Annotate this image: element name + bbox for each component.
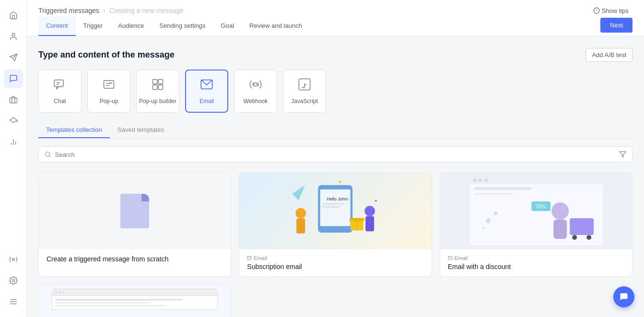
template-card-scratch[interactable]: Create a triggered message from scratch [38,172,231,277]
scratch-info: Create a triggered message from scratch [39,249,231,269]
email-type-icon [247,256,252,260]
email-card-icon [200,78,213,94]
add-ab-test-button[interactable]: Add A/B test [585,48,632,62]
template-card-discount[interactable]: 25% Email Email with a discount [440,172,632,277]
type-card-javascript-label: JavaScript [291,98,318,105]
type-card-webhook[interactable]: Webhook [234,70,277,113]
tab-goal[interactable]: Goal [213,16,242,36]
breadcrumb-parent[interactable]: Triggered messages [38,7,99,14]
svg-line-30 [49,156,50,157]
filter-icon[interactable] [619,151,626,158]
scratch-name: Create a triggered message from scratch [47,255,223,263]
template-tab-collection[interactable]: Templates collection [38,122,110,138]
chat-support-icon [619,292,629,302]
svg-point-52 [484,178,488,182]
svg-marker-46 [292,185,305,200]
type-card-popup-builder[interactable]: Pop-up builder [136,70,179,113]
users-icon[interactable] [4,27,23,46]
svg-text:Hello John!: Hello John! [327,197,348,201]
template-card-subscription[interactable]: Hello John! ✦ [239,172,432,277]
svg-point-37 [296,208,306,219]
type-card-javascript[interactable]: JavaScript [283,70,326,113]
page-content: Type and content of the message Add A/B … [27,36,644,317]
svg-rect-48 [469,176,603,246]
search-input[interactable] [55,151,615,158]
discount-illustration: 25% [440,173,632,249]
automation-icon[interactable] [4,111,23,130]
template-grid: Create a triggered message from scratch … [38,172,632,317]
svg-point-7 [12,258,14,261]
tab-review[interactable]: Review and launch [242,16,310,36]
tab-sending[interactable]: Sending settings [152,16,213,36]
type-card-chat[interactable]: Chat [38,70,82,113]
svg-point-58 [572,235,577,240]
breadcrumb: Triggered messages › Creating a new mess… [38,0,184,14]
svg-point-64 [482,226,485,229]
discount-preview: 25% [440,173,632,249]
plugins-icon[interactable] [4,250,23,269]
section-title: Type and content of the message [38,50,175,60]
email-type-icon-2 [448,256,453,260]
type-card-webhook-label: Webhook [244,98,268,105]
svg-rect-23 [158,80,163,84]
popup-card-icon [102,78,116,94]
reports-icon[interactable] [4,132,23,152]
tab-audience[interactable]: Audience [110,16,152,36]
next-button[interactable]: Next [600,18,632,33]
svg-rect-21 [109,82,112,84]
search-bar [38,146,632,163]
discount-type: Email [448,255,624,261]
document-icon [120,194,149,228]
subscription-info: Email Subscription email [239,249,431,276]
help-icon[interactable] [4,292,23,311]
svg-rect-18 [104,81,114,88]
template-card-welcome[interactable]: Email Welcome email [38,284,231,317]
template-tab-bar: Templates collection Saved templates [38,122,632,139]
svg-text:✦: ✦ [338,179,343,186]
settings-icon[interactable] [4,271,23,290]
messages-icon[interactable] [4,69,23,88]
svg-point-8 [12,280,14,282]
svg-rect-54 [474,193,512,195]
svg-point-55 [551,202,569,220]
breadcrumb-current: Creating a new message [109,7,184,14]
svg-point-51 [479,178,482,182]
chat-card-icon [53,78,67,94]
scratch-preview [39,173,231,249]
svg-rect-3 [10,98,17,103]
svg-rect-40 [365,216,374,232]
svg-rect-25 [158,85,163,89]
template-tab-saved[interactable]: Saved templates [110,122,172,138]
svg-point-27 [254,83,258,86]
show-tips-link[interactable]: Show tips [593,0,632,14]
type-card-email-label: Email [199,98,214,105]
breadcrumb-separator: › [103,7,105,14]
main-area: Triggered messages › Creating a new mess… [27,0,644,317]
chat-support-button[interactable] [613,286,634,307]
tab-trigger[interactable]: Trigger [76,16,111,36]
sidebar [0,0,27,317]
campaigns-icon[interactable] [4,90,23,109]
svg-rect-57 [570,218,594,235]
subscription-preview: Hello John! ✦ [239,173,431,249]
home-icon[interactable] [4,6,23,25]
svg-rect-56 [553,220,567,239]
svg-point-29 [46,152,50,156]
type-card-popup[interactable]: Pop-up [87,70,130,113]
type-card-email[interactable]: Email [185,70,228,113]
search-icon [45,151,51,158]
svg-text:25%: 25% [536,204,546,209]
subscription-illustration: Hello John! ✦ [249,176,422,246]
tab-content[interactable]: Content [38,16,76,36]
type-card-popup-builder-label: Pop-up builder [139,98,176,105]
welcome-preview [39,285,231,317]
welcome-illustration [61,310,208,317]
svg-rect-24 [153,85,157,89]
svg-point-62 [486,218,491,223]
type-card-chat-label: Chat [54,98,66,105]
svg-point-39 [365,206,375,216]
svg-rect-33 [320,189,351,226]
svg-rect-22 [153,80,157,84]
svg-rect-49 [469,176,603,184]
send-icon[interactable] [4,48,23,67]
